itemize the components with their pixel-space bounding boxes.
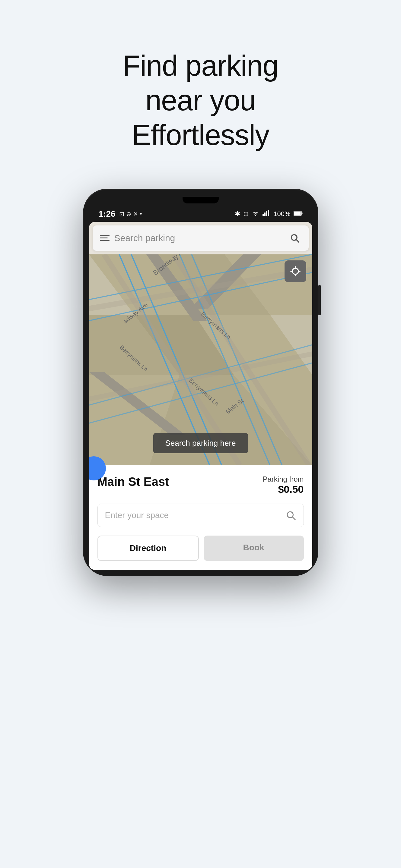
signal-icon [262, 210, 270, 218]
crosshair-icon [289, 265, 302, 277]
search-button[interactable] [288, 231, 302, 245]
location-button[interactable] [285, 260, 306, 282]
status-icons-right: ✱ ⊙ 100% [235, 210, 302, 218]
status-bar: 1:26 ⊡ ⊖ ✕ • ✱ ⊙ [89, 206, 312, 222]
svg-rect-2 [266, 211, 267, 216]
svg-rect-6 [302, 213, 302, 214]
svg-rect-5 [294, 212, 300, 215]
gps-icon: ⊙ [243, 210, 249, 218]
phone-notch [182, 197, 219, 204]
space-search-icon [285, 510, 296, 521]
dot-icon: • [140, 210, 142, 217]
svg-line-8 [296, 240, 299, 242]
bottom-panel: Main St East Parking from $0.50 Enter yo… [89, 465, 312, 570]
direction-label: Direction [130, 544, 166, 553]
svg-rect-0 [262, 214, 264, 216]
search-here-button[interactable]: Search parking here [153, 433, 248, 453]
title-line1: Find parking [122, 50, 278, 82]
search-placeholder[interactable]: Search parking [114, 233, 283, 243]
bluetooth-icon: ✱ [235, 210, 240, 218]
book-button[interactable]: Book [204, 535, 304, 561]
svg-point-40 [292, 268, 298, 274]
space-input-placeholder[interactable]: Enter your space [105, 510, 285, 520]
parking-price-section: Parking from $0.50 [262, 475, 304, 495]
map-area[interactable]: Broadway Ave Berrymans Ln Berrymans Ln a… [89, 254, 312, 465]
svg-rect-1 [264, 213, 265, 216]
phone-wrapper: 1:26 ⊡ ⊖ ✕ • ✱ ⊙ [83, 189, 318, 576]
wifi-icon [252, 210, 259, 218]
battery-label: 100% [274, 210, 290, 218]
parking-price: $0.50 [278, 484, 304, 495]
title-line2: near you [145, 84, 256, 116]
phone-side-button [318, 285, 321, 315]
space-input[interactable]: Enter your space [97, 504, 304, 527]
location-info: Main St East Parking from $0.50 [97, 475, 304, 495]
photo-icon: ⊡ [119, 210, 124, 218]
parking-from-label: Parking from [262, 475, 304, 484]
svg-line-46 [292, 517, 295, 520]
status-icons-left: ⊡ ⊖ ✕ • [119, 210, 142, 218]
action-buttons: Direction Book [97, 535, 304, 564]
status-left: 1:26 ⊡ ⊖ ✕ • [99, 209, 142, 219]
svg-rect-3 [268, 210, 269, 216]
title-line3: Effortlessly [132, 119, 269, 151]
phone-shell: 1:26 ⊡ ⊖ ✕ • ✱ ⊙ [83, 189, 318, 576]
status-time: 1:26 [99, 209, 116, 219]
minus-circle-icon: ⊖ [126, 210, 131, 218]
search-icon [290, 233, 300, 243]
battery-icon [294, 210, 303, 218]
direction-button[interactable]: Direction [97, 535, 199, 561]
tools-icon: ✕ [133, 210, 138, 218]
menu-icon[interactable] [100, 235, 110, 241]
svg-point-7 [291, 235, 296, 240]
search-here-label: Search parking here [165, 438, 236, 447]
search-bar[interactable]: Search parking [93, 225, 309, 251]
location-name: Main St East [97, 475, 169, 489]
phone-notch-bar [89, 195, 312, 206]
page-header: Find parking near you Effortlessly [0, 0, 401, 177]
phone-screen: Search parking [89, 222, 312, 570]
book-label: Book [243, 543, 264, 552]
page-title: Find parking near you Effortlessly [12, 48, 389, 153]
svg-point-45 [287, 512, 293, 518]
